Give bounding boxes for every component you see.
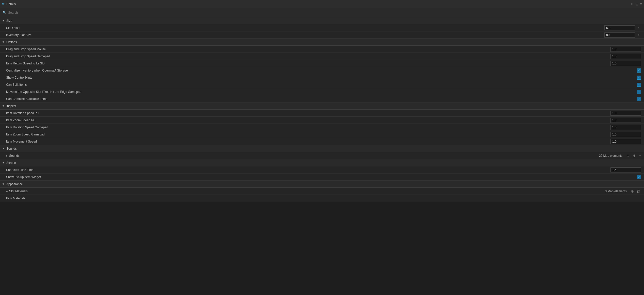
sounds-map-label: Sounds [9, 154, 20, 158]
can-split-items-label: Can Split Items [6, 83, 637, 86]
sounds-reset-button[interactable]: ↩ [639, 154, 641, 157]
section-sounds-header[interactable]: ▼ Sounds [0, 145, 644, 152]
expand-icon-sounds[interactable]: ▶ [6, 154, 8, 157]
item-rotation-pc-input[interactable] [610, 111, 641, 116]
close-button[interactable]: × [630, 2, 634, 6]
can-combine-stackable-checkbox[interactable]: ✓ [637, 97, 641, 101]
slot-offset-row: Slot Offset ↩ [0, 24, 644, 31]
item-rotation-gamepad-label: Item Rotation Speed Gamepad [6, 126, 610, 129]
chevron-down-icon-appearance: ▼ [2, 183, 5, 185]
can-split-items-checkbox[interactable]: ✓ [637, 83, 641, 87]
can-split-items-row: Can Split Items ✓ [0, 81, 644, 88]
inventory-slot-size-row: Inventory Slot Size ↩ [0, 31, 644, 39]
search-bar: 🔍 [0, 8, 644, 17]
item-movement-speed-input[interactable] [610, 139, 641, 144]
item-return-speed-label: Item Return Speed to Its Slot [6, 62, 610, 65]
item-rotation-pc-row: Item Rotation Speed PC [0, 110, 644, 117]
slot-materials-row: ▶ Slot Materials 3 Map elements ⊕ 🗑 [0, 188, 644, 195]
slot-materials-delete-button[interactable]: 🗑 [636, 189, 641, 194]
item-rotation-gamepad-row: Item Rotation Speed Gamepad [0, 124, 644, 131]
check-icon: ✓ [638, 69, 640, 72]
section-inspect-header[interactable]: ▼ Inspect [0, 102, 644, 110]
show-pickup-widget-row: Show Pickup Item Widget ✓ [0, 173, 644, 181]
move-opposite-slot-row: Move to the Opposite Slot if You Hit the… [0, 88, 644, 95]
check-icon: ✓ [638, 175, 640, 179]
item-zoom-pc-row: Item Zoom Speed PC [0, 117, 644, 124]
chevron-down-icon-inspect: ▼ [2, 105, 5, 107]
show-control-hints-row: Show Control Hints ✓ [0, 74, 644, 81]
search-input[interactable] [8, 11, 641, 14]
inventory-slot-size-input[interactable] [604, 32, 635, 38]
slot-offset-reset[interactable]: ↩ [637, 26, 641, 29]
centralize-inventory-label: Centralize Inventory when Opening A Stor… [6, 69, 637, 72]
drag-drop-gamepad-row: Drag and Drop Speed Gamepad [0, 53, 644, 60]
centralize-inventory-row: Centralize Inventory when Opening A Stor… [0, 67, 644, 74]
drag-drop-mouse-row: Drag and Drop Speed Mouse [0, 46, 644, 53]
grid-icon[interactable]: ⊞ [635, 2, 638, 6]
title-bar: ✏ Details × ⊞ ≡ [0, 0, 644, 8]
sounds-add-button[interactable]: ⊕ [625, 153, 631, 158]
item-movement-speed-label: Item Movement Speed [6, 140, 610, 143]
item-materials-row: Item Materials [0, 195, 644, 202]
section-options-title: Options [6, 40, 17, 44]
check-icon: ✓ [638, 97, 640, 100]
item-zoom-gamepad-input[interactable] [610, 132, 641, 137]
show-pickup-widget-label: Show Pickup Item Widget [6, 175, 637, 179]
item-movement-speed-row: Item Movement Speed [0, 138, 644, 145]
pencil-icon: ✏ [2, 2, 5, 6]
slot-offset-label: Slot Offset [6, 26, 604, 30]
slot-materials-add-button[interactable]: ⊕ [630, 189, 635, 194]
check-icon: ✓ [638, 83, 640, 86]
item-rotation-gamepad-input[interactable] [610, 125, 641, 130]
drag-drop-gamepad-label: Drag and Drop Speed Gamepad [6, 55, 610, 58]
move-opposite-slot-label: Move to the Opposite Slot if You Hit the… [6, 90, 637, 94]
section-size-header[interactable]: ▼ Size [0, 17, 644, 24]
item-zoom-pc-label: Item Zoom Speed PC [6, 118, 610, 122]
sounds-delete-button[interactable]: 🗑 [632, 153, 637, 158]
drag-drop-mouse-label: Drag and Drop Speed Mouse [6, 47, 610, 51]
chevron-down-icon-screen: ▼ [2, 161, 5, 164]
shortcuts-hide-time-label: Shortcuts Hide Time [6, 168, 610, 172]
inventory-slot-size-label: Inventory Slot Size [6, 33, 604, 37]
item-zoom-gamepad-label: Item Zoom Speed Gamepad [6, 133, 610, 136]
inventory-slot-size-reset[interactable]: ↩ [637, 33, 641, 37]
item-zoom-pc-input[interactable] [610, 118, 641, 123]
check-icon: ✓ [638, 76, 640, 79]
move-opposite-slot-checkbox[interactable]: ✓ [637, 90, 641, 94]
show-control-hints-checkbox[interactable]: ✓ [637, 76, 641, 80]
section-screen-header[interactable]: ▼ Screen [0, 159, 644, 166]
chevron-down-icon-options: ▼ [2, 41, 5, 43]
slot-materials-count: 3 Map elements [605, 189, 627, 193]
search-icon: 🔍 [3, 11, 7, 14]
can-combine-stackable-row: Can Combine Stackable Items ✓ [0, 95, 644, 102]
title-bar-title: Details [6, 2, 628, 6]
item-rotation-pc-label: Item Rotation Speed PC [6, 111, 610, 115]
show-pickup-widget-checkbox[interactable]: ✓ [637, 175, 641, 179]
section-size-title: Size [6, 19, 12, 23]
item-return-speed-row: Item Return Speed to Its Slot [0, 60, 644, 67]
section-appearance-title: Appearance [6, 182, 23, 186]
slot-offset-input[interactable] [604, 25, 635, 30]
slot-materials-label: Slot Materials [9, 189, 28, 193]
section-options-header[interactable]: ▼ Options [0, 39, 644, 46]
sounds-map-row: ▶ Sounds 22 Map elements ⊕ 🗑 ↩ [0, 152, 644, 159]
section-sounds-title: Sounds [6, 147, 17, 150]
chevron-down-icon-sounds: ▼ [2, 147, 5, 150]
item-return-speed-input[interactable] [610, 61, 641, 66]
centralize-inventory-checkbox[interactable]: ✓ [637, 68, 641, 73]
menu-icon[interactable]: ≡ [640, 2, 642, 6]
section-appearance-header[interactable]: ▼ Appearance [0, 181, 644, 188]
sounds-map-count: 22 Map elements [599, 154, 622, 158]
show-control-hints-label: Show Control Hints [6, 76, 637, 79]
expand-icon-slot-materials[interactable]: ▶ [6, 190, 8, 193]
drag-drop-mouse-input[interactable] [610, 47, 641, 52]
shortcuts-hide-time-input[interactable] [610, 167, 641, 172]
shortcuts-hide-time-row: Shortcuts Hide Time [0, 166, 644, 173]
can-combine-stackable-label: Can Combine Stackable Items [6, 97, 637, 101]
item-zoom-gamepad-row: Item Zoom Speed Gamepad [0, 131, 644, 138]
check-icon: ✓ [638, 90, 640, 93]
section-inspect-title: Inspect [6, 104, 16, 108]
section-screen-title: Screen [6, 161, 16, 165]
drag-drop-gamepad-input[interactable] [610, 54, 641, 59]
chevron-down-icon: ▼ [2, 19, 5, 22]
